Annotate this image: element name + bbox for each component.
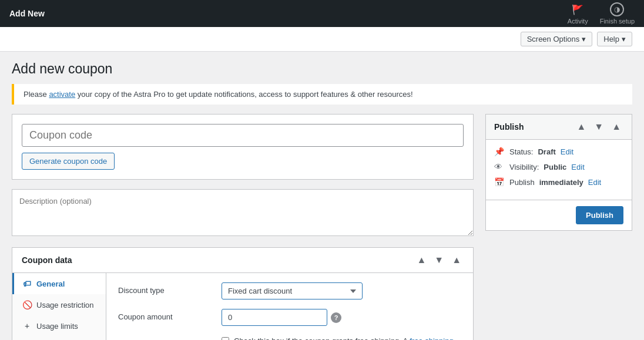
screen-options-chevron-icon: ▾ xyxy=(582,35,586,43)
activity-label: Activity xyxy=(568,18,588,25)
free-shipping-text-before: Check this box if the coupon grants free… xyxy=(234,336,410,340)
coupon-data-toggle-button[interactable]: ▲ xyxy=(450,254,464,267)
publish-body: 📌 Status: Draft Edit 👁 Visibility: Publi… xyxy=(486,140,632,200)
publish-title: Publish xyxy=(494,122,524,132)
publish-footer: Publish xyxy=(486,200,632,230)
coupon-code-section: Generate coupon code xyxy=(12,114,474,180)
coupon-data-controls: ▲ ▼ ▲ xyxy=(414,254,464,267)
publish-box: Publish ▲ ▼ ▲ 📌 Status: Draft Edit xyxy=(485,114,632,231)
publish-date-row: 📅 Publish immediately Edit xyxy=(494,177,623,187)
add-new-label: Add New xyxy=(9,9,45,18)
help-chevron-icon: ▾ xyxy=(622,35,626,43)
tab-usage-restriction-label: Usage restriction xyxy=(36,301,94,309)
tab-usage-limits-label: Usage limits xyxy=(36,322,78,331)
visibility-row: 👁 Visibility: Public Edit xyxy=(494,162,623,171)
publish-button[interactable]: Publish xyxy=(576,206,623,224)
coupon-data-down-button[interactable]: ▼ xyxy=(432,254,446,267)
publish-up-button[interactable]: ▲ xyxy=(574,120,588,133)
coupon-amount-help-icon: ? xyxy=(331,312,341,323)
general-tab-content: Discount type Percentage discount Fixed … xyxy=(106,273,473,340)
coupon-amount-input[interactable] xyxy=(222,309,327,326)
right-column: Publish ▲ ▼ ▲ 📌 Status: Draft Edit xyxy=(485,114,632,231)
content-area: Generate coupon code Coupon data ▲ ▼ ▲ xyxy=(12,114,632,340)
help-label: Help xyxy=(603,35,619,43)
coupon-data-title: Coupon data xyxy=(22,255,72,265)
publish-date-prefix: Publish xyxy=(509,178,535,187)
free-shipping-checkbox[interactable] xyxy=(222,337,229,340)
screen-options-button[interactable]: Screen Options ▾ xyxy=(521,32,593,46)
tab-general-label: General xyxy=(36,280,65,288)
free-shipping-text: Check this box if the coupon grants free… xyxy=(234,335,461,340)
publish-button-label: Publish xyxy=(586,211,613,220)
activity-icon: 🚩 xyxy=(571,2,585,16)
visibility-value: Public xyxy=(544,163,566,171)
status-edit-link[interactable]: Edit xyxy=(561,147,573,156)
top-bar-actions: 🚩 Activity ◑ Finish setup xyxy=(568,2,635,25)
sub-header: Screen Options ▾ Help ▾ xyxy=(0,27,644,52)
coupon-data-header: Coupon data ▲ ▼ ▲ xyxy=(12,248,473,273)
notice-bar: Please activate your copy of the Astra P… xyxy=(12,84,632,105)
tab-general[interactable]: 🏷 General xyxy=(12,273,106,294)
status-icon: 📌 xyxy=(494,147,505,156)
status-row: 📌 Status: Draft Edit xyxy=(494,147,623,156)
coupon-data-body: 🏷 General 🚫 Usage restriction + Usage li… xyxy=(12,273,473,340)
coupon-amount-row: Coupon amount ? xyxy=(118,309,461,326)
activity-button[interactable]: 🚩 Activity xyxy=(568,2,588,25)
description-textarea[interactable] xyxy=(12,189,474,236)
tab-usage-restriction[interactable]: 🚫 Usage restriction xyxy=(12,294,106,315)
free-shipping-row: Allow free shipping Check this box if th… xyxy=(118,335,461,340)
coupon-data-up-button[interactable]: ▲ xyxy=(414,254,428,267)
screen-options-label: Screen Options xyxy=(527,35,580,43)
free-shipping-control: Check this box if the coupon grants free… xyxy=(222,335,461,340)
usage-restriction-icon: 🚫 xyxy=(22,300,32,309)
calendar-icon: 📅 xyxy=(494,177,505,187)
coupon-amount-label: Coupon amount xyxy=(118,309,212,321)
main-wrapper: Add new coupon Please activate your copy… xyxy=(0,52,644,340)
status-label: Status: xyxy=(509,147,533,156)
free-shipping-label: Allow free shipping xyxy=(118,335,212,340)
publish-controls: ▲ ▼ ▲ xyxy=(574,120,623,133)
general-tab-icon: 🏷 xyxy=(22,279,32,288)
free-shipping-row-inner: Check this box if the coupon grants free… xyxy=(222,335,461,340)
finish-setup-label: Finish setup xyxy=(600,18,635,25)
discount-type-label: Discount type xyxy=(118,282,212,295)
discount-type-control: Percentage discount Fixed cart discount … xyxy=(222,282,461,299)
finish-setup-icon: ◑ xyxy=(610,2,624,16)
publish-date-edit-link[interactable]: Edit xyxy=(588,178,601,187)
coupon-amount-control: ? xyxy=(222,309,461,326)
publish-date-value: immediately xyxy=(539,178,583,187)
publish-down-button[interactable]: ▼ xyxy=(592,120,606,133)
generate-coupon-label: Generate coupon code xyxy=(29,157,107,166)
publish-toggle-button[interactable]: ▲ xyxy=(609,120,623,133)
coupon-code-input[interactable] xyxy=(22,124,464,147)
status-value: Draft xyxy=(538,147,555,156)
coupon-tabs: 🏷 General 🚫 Usage restriction + Usage li… xyxy=(12,273,106,340)
page-title: Add new coupon xyxy=(12,61,632,77)
sub-header-actions: Screen Options ▾ Help ▾ xyxy=(521,32,632,46)
finish-setup-button[interactable]: ◑ Finish setup xyxy=(600,2,635,25)
usage-limits-icon: + xyxy=(22,321,32,331)
coupon-data-section: Coupon data ▲ ▼ ▲ 🏷 General xyxy=(12,247,474,340)
left-column: Generate coupon code Coupon data ▲ ▼ ▲ xyxy=(12,114,474,340)
discount-type-select[interactable]: Percentage discount Fixed cart discount … xyxy=(222,282,363,299)
generate-coupon-button[interactable]: Generate coupon code xyxy=(22,153,115,170)
visibility-icon: 👁 xyxy=(494,162,505,171)
tab-usage-limits[interactable]: + Usage limits xyxy=(12,315,106,336)
top-bar: Add New 🚩 Activity ◑ Finish setup xyxy=(0,0,644,27)
help-button[interactable]: Help ▾ xyxy=(597,32,632,46)
publish-header: Publish ▲ ▼ ▲ xyxy=(486,115,632,140)
notice-text-before: Please xyxy=(24,90,49,99)
visibility-edit-link[interactable]: Edit xyxy=(571,163,584,171)
notice-text-after: your copy of the Astra Pro to get update… xyxy=(75,90,412,99)
discount-type-row: Discount type Percentage discount Fixed … xyxy=(118,282,461,299)
notice-activate-link[interactable]: activate xyxy=(49,90,75,99)
visibility-label: Visibility: xyxy=(509,163,539,171)
